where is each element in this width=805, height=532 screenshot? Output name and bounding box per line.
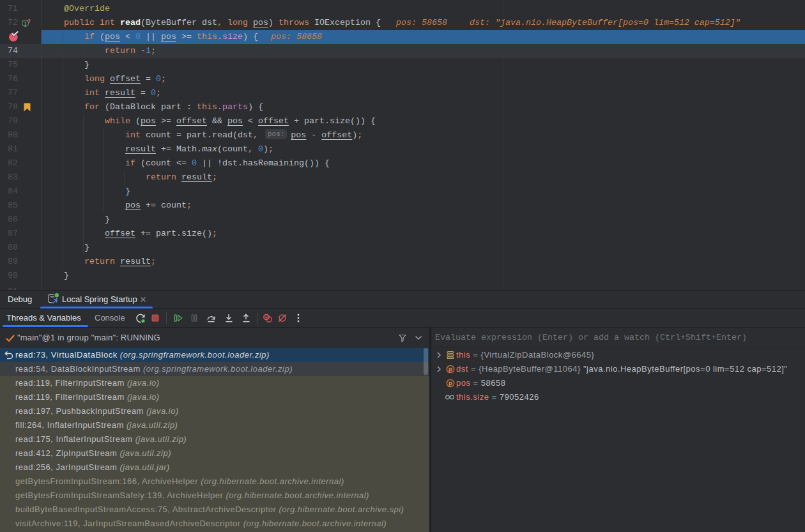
svg-text:I: I (24, 21, 27, 27)
svg-text:p: p (448, 380, 452, 386)
svg-text:p: p (448, 366, 452, 372)
